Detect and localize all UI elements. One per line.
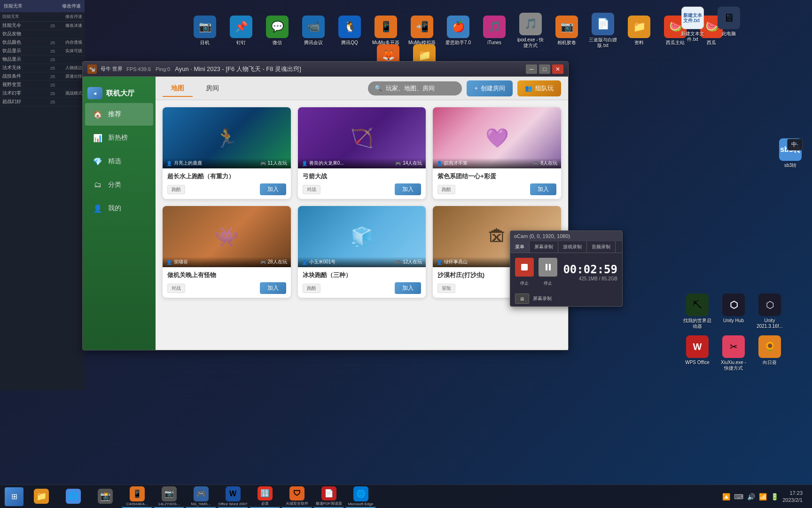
- desktop-icon-tencent-meeting[interactable]: 📹 腾讯会议: [297, 14, 330, 48]
- ocam-tab-menu[interactable]: 菜单: [510, 241, 530, 253]
- file-row[interactable]: 饮品颜色 25 内存透视: [0, 39, 85, 47]
- tab-room[interactable]: 房间: [197, 80, 227, 96]
- start-button[interactable]: ⊞: [5, 487, 23, 506]
- author-icon-1: 👤: [166, 161, 172, 166]
- sidebar-item-recommended[interactable]: 🏠 推荐: [85, 103, 153, 126]
- create-room-button[interactable]: + 创建房间: [467, 80, 513, 96]
- desktop-icon-resources[interactable]: 📁 资料: [622, 14, 656, 48]
- desktop-icon-qq[interactable]: 🐧 腾讯QQ: [333, 14, 367, 48]
- stop-icon: [521, 264, 528, 270]
- card-footer-2: 对战 加入: [303, 183, 422, 195]
- team-play-button[interactable]: 👥 组队玩: [517, 80, 561, 96]
- game-world-icon[interactable]: ⛏ 找我的世界启动器: [680, 292, 714, 331]
- file-row[interactable]: 战技条件 25 原速出怪: [0, 72, 85, 81]
- taskbar-running-pdf[interactable]: 📄 极速PDF阅读器: [313, 485, 344, 508]
- new-txt-icon[interactable]: 新建文本文件.txt 新建文本文件.txt: [676, 5, 710, 44]
- input-method-bar[interactable]: 中·: [787, 139, 803, 151]
- sidebar-item-selected[interactable]: 💎 精选: [85, 150, 153, 173]
- taskbar-app-screenshot[interactable]: 📸: [90, 485, 120, 508]
- desktop-icon-wechat[interactable]: 💬 微信: [260, 14, 294, 48]
- desktop-icon-aisi-helper[interactable]: 🍎 爱思助手7.0: [441, 14, 475, 48]
- card-title-3: 紫色系团结一心+彩蛋: [437, 172, 556, 181]
- itunes-icon-label: iTunes: [487, 40, 501, 46]
- ocam-stop-button[interactable]: [515, 258, 534, 277]
- join-button-5[interactable]: 加入: [395, 282, 421, 294]
- file-row[interactable]: 技能无令 25 修改冰速: [0, 22, 85, 30]
- desktop-icon-camera[interactable]: 📷 目机: [188, 14, 222, 48]
- unity-icon[interactable]: ⬡ Unity 2021.3.16f...: [753, 292, 787, 331]
- taskbar-app-file-explorer[interactable]: 📁: [26, 485, 56, 508]
- ocam-tab-game[interactable]: 游戏录制: [558, 241, 587, 253]
- file-row-action: 内存透视: [59, 40, 82, 46]
- tray-network-icon[interactable]: 📶: [759, 493, 767, 500]
- ocam-tab-audio[interactable]: 音频录制: [587, 241, 616, 253]
- taskbar: ⊞ 📁 🌐 📸 📱 C40944EA... 📷 14L2Y3OS... 🎮 NG…: [0, 484, 812, 508]
- wps-icon[interactable]: W WPS Office: [680, 333, 714, 373]
- taskbar-running-ng-ms[interactable]: 🎮 NG_%MS...: [186, 485, 216, 508]
- xiuxiu-icon[interactable]: ✂ XiuXiu.exe - 快捷方式: [717, 333, 750, 373]
- taskbar-running-c40944ea[interactable]: 📱 C40944EA...: [122, 485, 152, 508]
- pause-icon: [546, 264, 551, 270]
- desktop-icon-ipod[interactable]: 🎵 ipod.exe - 快捷方式: [514, 11, 547, 50]
- right-desktop-icons: 新建文本文件.txt 新建文本文件.txt 🖥 此电脑: [671, 0, 812, 49]
- team-play-label: 组队玩: [535, 84, 554, 93]
- file-row[interactable]: 视野变宽 25: [0, 81, 85, 89]
- file-panel: 技能无常 修改停速 技能无常 修改停速 技能无令 25 修改冰速 饮品发物 饮品…: [0, 0, 85, 390]
- card-tag-2: 对战: [303, 185, 320, 194]
- join-button-2[interactable]: 加入: [395, 183, 421, 195]
- game-card-3[interactable]: 💜 👤 皖燕才不笨 🎮 8人在玩 紫色系团结一心+彩蛋: [433, 107, 561, 199]
- sidebar-nav: 🏠 推荐 📊 新热榜 💎 精选 🗂 分类 👤 我的: [83, 102, 156, 221]
- taskbar-app-chrome[interactable]: 🌐: [58, 485, 88, 508]
- author-name-5: 小玉米001号: [309, 259, 336, 265]
- game-card-5[interactable]: 🧊 👤 小玉米001号 🎮 12人在玩 冰块跑酷（三种）: [298, 206, 426, 298]
- join-button-4[interactable]: 加入: [260, 282, 286, 294]
- tray-keyboard-icon[interactable]: ⌨: [734, 493, 743, 500]
- desktop-icon-nail[interactable]: 📌 钉钉: [224, 14, 258, 48]
- file-row[interactable]: 物品显示 25: [0, 56, 85, 64]
- game-card-2[interactable]: 🏹 👤 善良的火龙果0... 🎮 14人在玩 弓箭大战: [298, 107, 426, 199]
- players-count-1: 11人在玩: [268, 160, 287, 167]
- sidebar-item-mine[interactable]: 👤 我的: [85, 197, 153, 220]
- file-row[interactable]: 法术无休 25 人物描边: [0, 64, 85, 72]
- search-box[interactable]: 🔍 玩家、地图、房间: [368, 81, 462, 95]
- maximize-button[interactable]: □: [539, 64, 550, 74]
- file-explorer-taskbar-icon: 📁: [34, 489, 49, 504]
- tray-volume-icon[interactable]: 🔊: [747, 493, 755, 500]
- file-row-name: 饮品发物: [2, 31, 47, 37]
- card-author-3: 👤 皖燕才不笨: [437, 160, 468, 167]
- tray-expand-icon[interactable]: 🔼: [722, 493, 730, 500]
- game-card-4[interactable]: 👾 👤 笑喵谷 🎮 28人在玩 做机关晚上有怪物: [163, 206, 291, 298]
- join-button-1[interactable]: 加入: [260, 183, 286, 195]
- minimize-button[interactable]: ─: [526, 64, 537, 74]
- taskbar-running-14l2y3os[interactable]: 📷 14L2Y3OS...: [154, 485, 184, 508]
- taskbar-running-office-word[interactable]: W Office Word 2007: [218, 485, 248, 508]
- system-clock[interactable]: 17:23 2023/2/1: [782, 490, 803, 503]
- file-row[interactable]: 超战幻好 25: [0, 98, 85, 106]
- tray-battery-icon[interactable]: 🔋: [771, 493, 779, 500]
- ocam-tab-screen[interactable]: 屏幕录制: [530, 241, 558, 253]
- sidebar-item-category[interactable]: 🗂 分类: [85, 174, 153, 196]
- ocam-pause-button[interactable]: [539, 258, 557, 277]
- file-row[interactable]: 饮品发物: [0, 30, 85, 39]
- file-row[interactable]: 饮品显示 25 实体可跳: [0, 47, 85, 56]
- card-info-bar-1: 👤 月亮上的鹿鹿 🎮 11人在玩: [163, 158, 291, 168]
- sidebar-item-hot[interactable]: 📊 新热榜: [85, 127, 153, 149]
- taskbar-running-ms-edge[interactable]: 🌐 Microsoft Edge: [345, 485, 376, 508]
- team-play-icon: 👥: [525, 85, 532, 92]
- players-count-2: 14人在玩: [403, 160, 422, 167]
- desktop-icon-san-note[interactable]: 📄 三途版与白嫖版.txt: [586, 11, 620, 50]
- this-pc-icon[interactable]: 🖥 此电脑: [712, 5, 746, 44]
- top-icons-row: 📷 目机 📌 钉钉 💬 微信 📹 腾讯会议 🐧 腾讯QQ 📱 MuMu多开器 📲…: [188, 11, 728, 50]
- xiangriku-icon[interactable]: 🌻 向日葵: [753, 333, 787, 373]
- unity-hub-icon[interactable]: ⬡ Unity Hub: [717, 292, 750, 331]
- desktop-icon-photo-roll[interactable]: 📷 相机胶卷: [550, 14, 584, 48]
- close-button[interactable]: ✕: [552, 64, 563, 74]
- file-row[interactable]: 法术幻零 25 观战模式: [0, 89, 85, 98]
- taskbar-running-huocheng[interactable]: 🛡 火绒安全软件: [281, 485, 312, 508]
- taskbar-running-bi-suan[interactable]: 🔢 必算: [250, 485, 280, 508]
- game-card-1[interactable]: 🏃 👤 月亮上的鹿鹿 🎮 11人在玩 超长水上跑酷（有重: [163, 107, 291, 199]
- desktop-icon-itunes[interactable]: 🎵 iTunes: [477, 14, 511, 48]
- author-icon-3: 👤: [437, 161, 442, 166]
- tab-map[interactable]: 地图: [163, 80, 193, 96]
- join-button-3[interactable]: 加入: [530, 183, 556, 195]
